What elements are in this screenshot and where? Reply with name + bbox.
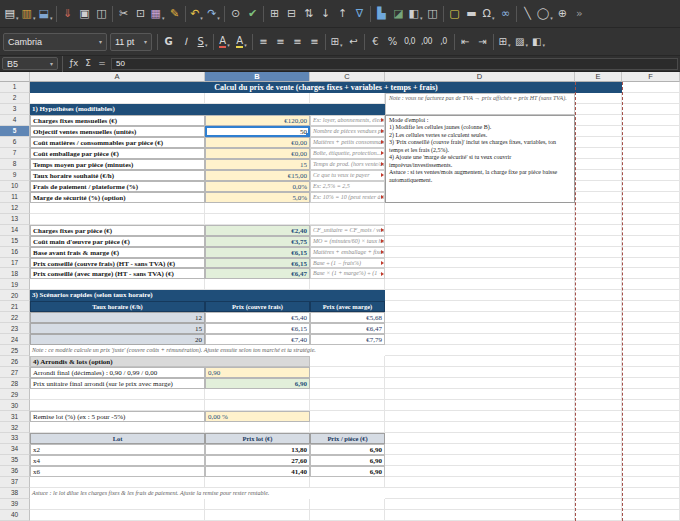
bold-icon[interactable]: G [160,32,177,52]
cell-F11[interactable] [622,192,680,203]
cell-D31[interactable] [385,411,575,422]
cell-C18[interactable]: Base × (1 + marge%) ÷ (1 − frais%) [310,268,385,279]
cell-A10[interactable]: Frais de paiement / plateforme (%) [30,181,205,192]
select-all-corner[interactable] [0,72,30,82]
cell-B21[interactable]: Prix (couvre frais) [205,301,310,312]
cell-C13[interactable] [310,214,385,225]
cell-D15[interactable] [385,236,575,247]
cell-B36[interactable]: 41,40 [205,466,310,477]
cell-A7[interactable]: Coût emballage par pièce (€) [30,148,205,159]
cell-D25[interactable] [385,345,575,356]
cell-E16[interactable] [575,247,622,258]
wrap-text-icon[interactable]: ↩ [345,32,362,52]
row-header-22[interactable]: 22 [0,312,30,323]
copy-icon[interactable]: ⊡ [132,3,149,25]
align-left-icon[interactable]: ≡ [255,32,272,52]
cell-D20[interactable] [385,290,575,301]
cell-A4[interactable]: Charges fixes mensuelles (€) [30,115,205,126]
row-header-6[interactable]: 6 [0,137,30,148]
row-header-18[interactable]: 18 [0,268,30,279]
insert-comment-icon[interactable]: ▢ [446,3,463,25]
cell-B14[interactable]: €2,40 [205,225,310,236]
cell-E12[interactable] [575,203,622,214]
cell-A20[interactable]: 3) Scénarios rapides (selon taux horaire… [30,290,385,301]
cell-F24[interactable] [622,334,680,345]
cell-F30[interactable] [622,400,680,411]
cell-D29[interactable] [385,389,575,400]
cell-F5[interactable] [622,126,680,137]
cell-D32[interactable] [385,422,575,433]
cell-B4[interactable]: €120,00 [205,115,310,126]
undo-icon[interactable]: ↶▾ [188,3,205,25]
cell-F18[interactable] [622,268,680,279]
cell-A24[interactable]: 20 [30,334,205,345]
cell-C5[interactable]: Nombre de pièces vendues par mois [310,126,385,137]
row-header-13[interactable]: 13 [0,214,30,225]
spelling-icon[interactable]: ✔ [244,3,261,25]
cell-E20[interactable] [575,290,622,301]
underline-icon[interactable]: S▾ [194,32,211,52]
cell-D14[interactable] [385,225,575,236]
cell-F23[interactable] [622,323,680,334]
cell-A26[interactable]: 4) Arrondis & lots (option) [30,356,310,367]
cell-F4[interactable] [622,115,680,126]
cell-F26[interactable] [622,356,680,367]
sort-icon[interactable]: ⇅ [300,3,317,25]
sum-icon[interactable]: Σ [81,57,95,70]
cell-E33[interactable] [575,433,622,444]
conditional-formatting-icon[interactable]: ◧▾ [530,32,547,52]
cell-C35[interactable]: 6,90 [310,455,385,466]
cell-C21[interactable]: Prix (avec marge) [310,301,385,312]
cell-C11[interactable]: Ex: 10% = 10 (peut rester à 0) [310,192,385,203]
align-right-icon[interactable]: ≡ [289,32,306,52]
cell-F9[interactable] [622,170,680,181]
percent-format-icon[interactable]: % [384,32,401,52]
column-header-E[interactable]: E [575,72,622,82]
cell-D18[interactable] [385,268,575,279]
cell-C14[interactable]: CF_unitaire = CF_mois / ventes_mois [310,225,385,236]
cell-B10[interactable]: 0,0% [205,181,310,192]
cell-F32[interactable] [622,422,680,433]
cell-E38[interactable] [575,488,622,499]
merge-cells-icon[interactable]: ⊞▾ [328,32,345,52]
cell-C40[interactable] [310,510,385,521]
row-header-5[interactable]: 5 [0,126,30,137]
cell-B30[interactable] [205,400,310,411]
cell-C12[interactable] [310,203,385,214]
currency-format-icon[interactable]: € [367,32,384,52]
row-header-19[interactable]: 19 [0,279,30,290]
row-header-37[interactable]: 37 [0,477,30,488]
cell-D34[interactable] [385,444,575,455]
redo-icon[interactable]: ↷▾ [205,3,222,25]
cell-F27[interactable] [622,367,680,378]
cell-F8[interactable] [622,159,680,170]
cell-F10[interactable] [622,181,680,192]
print-icon[interactable]: ▣ [76,3,93,25]
cell-C10[interactable]: Ex: 2,5% = 2,5 [310,181,385,192]
cell-F28[interactable] [622,378,680,389]
cell-B27[interactable]: 0,90 [205,367,310,378]
cell-F25[interactable] [622,345,680,356]
cell-A22[interactable]: 12 [30,312,205,323]
cell-C34[interactable]: 6,90 [310,444,385,455]
column-header-F[interactable]: F [622,72,680,82]
cell-D17[interactable] [385,258,575,269]
cell-E19[interactable] [575,279,622,290]
cell-A38[interactable]: Astuce : le lot dilue les charges fixes … [30,488,385,499]
cell-F40[interactable] [622,510,680,521]
cell-C19[interactable] [310,279,385,290]
cell-C26[interactable] [310,356,385,367]
font-size-combo[interactable]: 11 pt ▾ [110,33,152,51]
cell-C7[interactable]: Boîte, étiquette, protection... [310,148,385,159]
row-header-29[interactable]: 29 [0,389,30,400]
cell-B15[interactable]: €3,75 [205,236,310,247]
new-document-icon[interactable]: ▤▾ [3,3,20,25]
row-header-12[interactable]: 12 [0,203,30,214]
cell-B34[interactable]: 13,80 [205,444,310,455]
cell-D40[interactable] [385,510,575,521]
cell-D22[interactable] [385,312,575,323]
cell-F21[interactable] [622,301,680,312]
add-decimal-icon[interactable]: ,00 [418,32,435,52]
cell-E31[interactable] [575,411,622,422]
insert-column-icon[interactable]: ⊟ [283,3,300,25]
